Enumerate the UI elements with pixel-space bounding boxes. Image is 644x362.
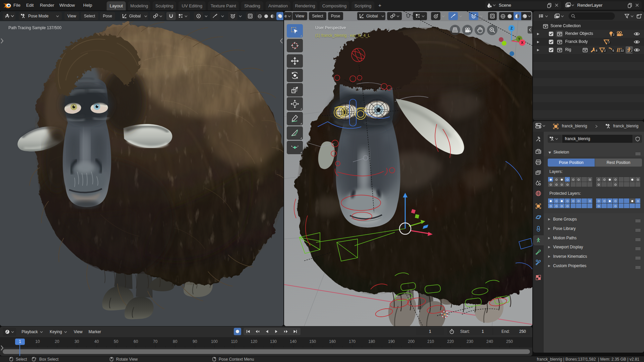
svg-text:X: X bbox=[521, 41, 524, 45]
svg-text:Z: Z bbox=[511, 26, 513, 30]
